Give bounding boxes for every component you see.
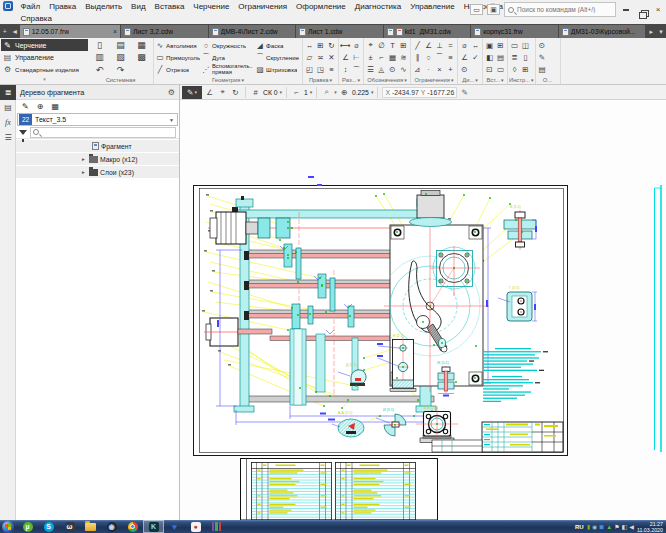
ribbon-tool-icon[interactable]: ⌐ (376, 51, 387, 63)
ribbon-tool-icon[interactable]: ▯ (520, 51, 531, 63)
ribbon-tool-icon[interactable]: ⌀ (351, 39, 362, 51)
ribbon-tool-icon[interactable]: ≡ (326, 64, 337, 76)
ribbon-tool-icon[interactable]: ⊥ (434, 39, 445, 51)
tool-прямоугольник[interactable]: ▭Прямоугольник (155, 51, 201, 63)
screen-mode-icon[interactable]: ▭ (470, 4, 483, 15)
menu-item[interactable]: Файл (16, 2, 45, 11)
ribbon-tool-icon[interactable]: T (387, 39, 398, 51)
angle-snap-icon[interactable]: ∠ (204, 88, 215, 97)
taskbar-winrar[interactable] (206, 520, 227, 533)
ribbon-tool-icon[interactable]: ▥ (89, 51, 110, 63)
ribbon-tool-icon[interactable]: ≋ (398, 51, 409, 63)
volume-tray-icon[interactable]: ◀ (629, 523, 634, 531)
ribbon-tool-icon[interactable]: ∿ (398, 64, 409, 76)
command-search[interactable] (504, 2, 616, 17)
ribbon-tool-icon[interactable]: ▤ (110, 39, 131, 51)
coordinate-system-value[interactable]: СК 0 (263, 89, 278, 96)
ribbon-tool-icon[interactable]: ✓ (470, 51, 481, 63)
tool-фаска[interactable]: ◢Фаска (255, 39, 301, 51)
reference-icon[interactable]: ▣ (487, 4, 500, 15)
taskbar-discord[interactable]: ω (59, 520, 80, 533)
ribbon-tool-icon[interactable]: ▣ (484, 39, 495, 51)
document-tab[interactable]: kd1_ДМ31.cdw (384, 25, 471, 38)
ribbon-tool-icon[interactable]: ≍ (315, 51, 326, 63)
ribbon-tool-icon[interactable]: × (434, 64, 445, 76)
document-tab[interactable]: ДМВ-4\Лист 2.cdw (209, 25, 296, 38)
drawing-canvas[interactable]: В (5:1) Г (5:1) Е (2:1) Ж (5:1) (180, 100, 666, 520)
ribbon-tool-icon[interactable]: ⊞ (520, 64, 531, 76)
menu-item[interactable]: Оформление (292, 2, 351, 11)
ribbon-tool-icon[interactable]: ± (365, 51, 376, 63)
display-mode-icon[interactable]: ⊕ (37, 102, 44, 111)
menu-item[interactable]: Вставка (150, 2, 189, 11)
ribbon-tool-icon[interactable]: · (423, 64, 434, 76)
eyedropper-icon[interactable]: ✎ (459, 88, 470, 97)
language-indicator[interactable]: RU (575, 524, 584, 530)
text-style-dropdown[interactable]: 22 Текст_3.5 ▼ (17, 113, 178, 126)
ribbon-tool-icon[interactable]: ⊿ (412, 64, 423, 76)
new-document-button[interactable]: + (0, 25, 10, 38)
tool-скругление[interactable]: ⌒Скругление (255, 51, 301, 63)
ribbon-tool-icon[interactable]: ↔ (470, 39, 481, 51)
tree-item-layers[interactable]: ▸Слои (x23) (16, 166, 179, 178)
snap-icon[interactable]: ⌖ (217, 87, 228, 97)
ribbon-tool-icon[interactable]: ◳ (315, 64, 326, 76)
document-tab[interactable]: корпус31.frw (471, 25, 558, 38)
taskbar-skype[interactable]: S (38, 520, 59, 533)
ribbon-tool-icon[interactable]: ⌒ (351, 64, 362, 76)
image-mode-icon[interactable]: ▦ (51, 102, 59, 111)
menu-item[interactable]: Черчение (189, 2, 234, 11)
menu-panel-icon[interactable]: ☰ (0, 130, 16, 145)
layer-value[interactable]: 1 (304, 89, 308, 96)
ribbon-tool-icon[interactable]: ◧ (484, 51, 495, 63)
ribbon-tool-icon[interactable]: ⟷ (340, 39, 351, 51)
zoom-value[interactable]: 0.225 (352, 89, 369, 96)
menu-item[interactable]: Диагностика (350, 2, 405, 11)
mode-button[interactable]: ⚙Стандартные изделия (1, 64, 88, 76)
ribbon-tool-icon[interactable]: ⊞ (315, 39, 326, 51)
ribbon-tool-icon[interactable]: ∠ (459, 51, 470, 63)
tree-item-macro[interactable]: ▸Макро (x12) (16, 153, 179, 165)
close-button[interactable]: × (652, 5, 664, 15)
gpu-tray-icon[interactable]: ▮ (587, 523, 590, 531)
ribbon-tool-icon[interactable]: ≡ (445, 51, 456, 63)
taskbar-chrome[interactable] (122, 520, 143, 533)
ribbon-tool-icon[interactable]: ⌒ (434, 51, 445, 63)
ribbon-tool-icon[interactable]: = (445, 39, 456, 51)
mode-active[interactable]: ✎Черчение (1, 39, 88, 51)
menu-item[interactable]: Управление (406, 2, 459, 11)
ribbon-tool-icon[interactable]: ✕ (326, 51, 337, 63)
ribbon-tool-icon[interactable]: ⌀ (459, 39, 470, 51)
tree-item-doc[interactable]: Фрагмент (16, 140, 179, 152)
group-chevron-icon[interactable]: ▾ (475, 77, 478, 83)
tool-отрезок[interactable]: ╱Отрезок (155, 64, 201, 76)
ribbon-tool-icon[interactable]: ⊢ (351, 51, 362, 63)
search-input[interactable] (517, 6, 612, 13)
ribbon-tool-icon[interactable]: ⊙ (387, 64, 398, 76)
tree-search-input[interactable] (30, 127, 176, 138)
document-tab[interactable]: Лист 1.cdw (296, 25, 383, 38)
menu-item[interactable]: Вид (127, 2, 150, 11)
taskbar-utorrent[interactable]: µ (17, 520, 38, 533)
ribbon-tool-icon[interactable]: ⊞ (398, 39, 409, 51)
expand-arrow-icon[interactable]: ▸ (82, 156, 89, 162)
ribbon-tool-icon[interactable]: ⊞ (495, 39, 506, 51)
ribbon-tool-icon[interactable]: ↶ (89, 64, 110, 76)
start-button[interactable] (2, 521, 14, 533)
document-tab[interactable]: Лист 3,2.cdw (121, 25, 208, 38)
draw-mode-icon[interactable]: ✎ (22, 102, 29, 111)
ribbon-tool-icon[interactable]: ↕ (340, 64, 351, 76)
group-chevron-icon[interactable]: ▾ (531, 77, 534, 83)
ribbon-tool-icon[interactable]: ⊙ (537, 39, 548, 51)
ribbon-tool-icon[interactable]: ▱ (304, 51, 315, 63)
ribbon-tool-icon[interactable]: ▦ (387, 51, 398, 63)
ribbon-tool-icon[interactable]: ∠ (423, 39, 434, 51)
ribbon-tool-icon[interactable]: ⌖ (365, 39, 376, 51)
shield-tray-icon[interactable]: ▲ (606, 523, 612, 531)
zoom-tool-chevron-icon[interactable]: ▾ (334, 89, 337, 95)
ribbon-tool-icon[interactable]: ✎ (537, 51, 548, 63)
ribbon-tool-icon[interactable]: ◊ (509, 64, 520, 76)
taskbar-antivirus[interactable]: ● (185, 520, 206, 533)
minimize-button[interactable] (620, 5, 632, 15)
group-chevron-icon[interactable]: ▾ (330, 77, 333, 83)
